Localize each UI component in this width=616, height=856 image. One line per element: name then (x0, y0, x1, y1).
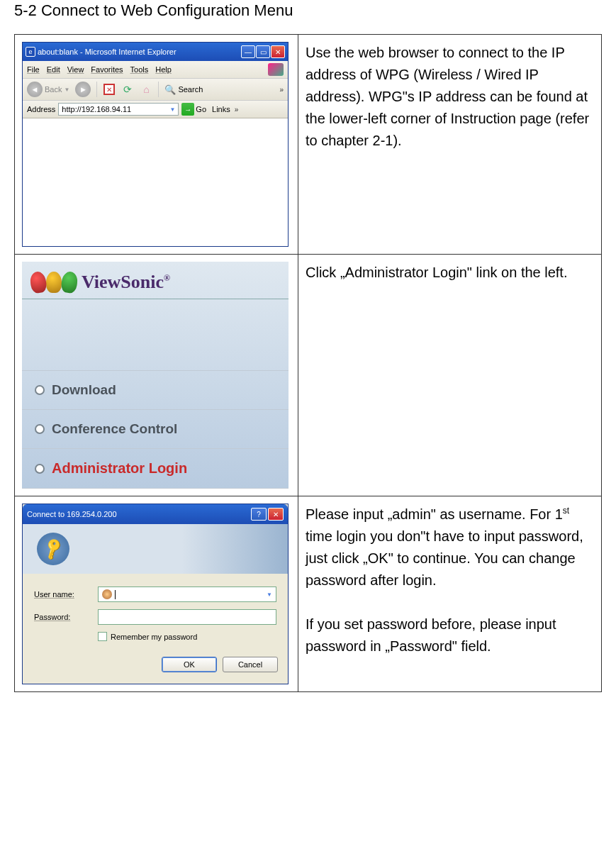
close-button[interactable]: ✕ (271, 45, 285, 58)
viewsonic-birds-icon (30, 272, 77, 293)
auth-title-left: Connect to 169.254.0.200 (27, 510, 117, 518)
menu-edit[interactable]: Edit (47, 65, 60, 74)
instruction-table: e about:blank - Microsoft Internet Explo… (14, 34, 602, 692)
password-label: Password: (34, 613, 98, 621)
menu-file[interactable]: File (27, 65, 40, 74)
links-label: Links (212, 105, 230, 113)
address-dropdown-icon[interactable]: ▼ (169, 106, 175, 113)
cell-screenshot-3: Connect to 169.254.0.200 ? ✕ 🔑 (15, 496, 298, 692)
address-input[interactable]: http://192.168.94.11 ▼ (58, 103, 179, 116)
auth-title-text: Connect to 169.254.0.200 (27, 510, 117, 518)
auth-window-buttons: ? ✕ (251, 508, 284, 521)
ie-titlebar: e about:blank - Microsoft Internet Explo… (23, 43, 288, 61)
bird-green-icon (60, 271, 79, 294)
ie-menubar: File Edit View Favorites Tools Help (23, 61, 288, 78)
refresh-button[interactable]: ⟳ (121, 83, 134, 96)
radio-icon (35, 385, 45, 395)
auth-button-row: OK Cancel (23, 650, 288, 684)
maximize-button[interactable]: ▭ (256, 45, 270, 58)
search-button[interactable]: 🔍 Search (164, 84, 203, 95)
menu-tools[interactable]: Tools (130, 65, 149, 74)
remember-label: Remember my password (111, 633, 197, 641)
link-label: Administrator Login (52, 460, 187, 477)
viewsonic-body (22, 299, 289, 370)
text-cursor-icon (115, 590, 116, 599)
viewsonic-panel: ViewSonic® Download Conference Control (22, 262, 289, 489)
ie-toolbar: ◄ Back ▼ ► ✕ ⟳ ⌂ 🔍 Search (23, 78, 288, 100)
toolbar-separator (96, 82, 97, 97)
cell-description-3: Please input „admin" as username. For 1s… (298, 496, 602, 692)
person-icon (102, 589, 112, 599)
address-url: http://192.168.94.11 (62, 105, 167, 113)
viewsonic-header: ViewSonic® (22, 262, 289, 299)
address-label: Address (27, 105, 55, 113)
link-label: Download (52, 382, 116, 398)
checkbox-icon[interactable] (98, 632, 107, 641)
table-row: Connect to 169.254.0.200 ? ✕ 🔑 (15, 496, 602, 692)
auth-form: User name: ▼ Password: (23, 574, 288, 650)
auth-dialog: Connect to 169.254.0.200 ? ✕ 🔑 (22, 504, 289, 684)
ie-title-left: e about:blank - Microsoft Internet Explo… (26, 47, 177, 57)
table-row: ViewSonic® Download Conference Control (15, 255, 602, 496)
back-label: Back (45, 85, 62, 94)
desc-paragraph-2: If you set password before, please input… (306, 613, 594, 657)
menu-help[interactable]: Help (155, 65, 172, 74)
menu-view[interactable]: View (67, 65, 84, 74)
username-row: User name: ▼ (34, 587, 276, 602)
link-conference-control[interactable]: Conference Control (22, 410, 289, 449)
cell-description-1: Use the web browser to connect to the IP… (298, 35, 602, 255)
forward-button[interactable]: ► (75, 82, 91, 97)
remember-row[interactable]: Remember my password (98, 632, 276, 641)
ie-window: e about:blank - Microsoft Internet Explo… (22, 42, 289, 247)
home-button[interactable]: ⌂ (140, 83, 152, 96)
cancel-button[interactable]: Cancel (223, 657, 278, 672)
section-title: 5-2 Connect to Web Configuration Menu (14, 0, 602, 34)
minimize-button[interactable]: — (241, 45, 255, 58)
go-arrow-icon: → (181, 103, 194, 116)
link-label: Conference Control (52, 421, 177, 437)
back-button[interactable]: ◄ Back ▼ (27, 82, 69, 97)
key-icon: 🔑 (40, 536, 66, 562)
keyhole-icon: 🔑 (37, 533, 69, 565)
toolbar-separator (158, 82, 159, 97)
chevron-right-icon[interactable]: » (279, 86, 284, 94)
ie-address-bar: Address http://192.168.94.11 ▼ → Go Link… (23, 100, 288, 118)
search-label: Search (178, 85, 203, 94)
auth-banner: 🔑 (23, 524, 288, 574)
password-input[interactable] (98, 609, 276, 625)
close-button[interactable]: ✕ (268, 508, 284, 521)
document-page: 5-2 Connect to Web Configuration Menu e … (0, 0, 616, 692)
link-administrator-login[interactable]: Administrator Login (22, 449, 289, 489)
viewsonic-links: Download Conference Control Administrato… (22, 370, 289, 489)
chevron-right-icon[interactable]: » (235, 106, 239, 113)
stop-button[interactable]: ✕ (103, 83, 116, 96)
bird-yellow-icon (46, 272, 62, 293)
ie-menus: File Edit View Favorites Tools Help (27, 65, 172, 74)
radio-icon (35, 424, 45, 434)
stop-icon: ✕ (103, 84, 115, 95)
link-download[interactable]: Download (22, 371, 289, 410)
back-arrow-icon: ◄ (27, 82, 43, 97)
viewsonic-logo-text: ViewSonic® (82, 272, 170, 293)
ie-title-text: about:blank - Microsoft Internet Explore… (38, 48, 177, 56)
ok-button[interactable]: OK (162, 657, 217, 672)
username-input[interactable]: ▼ (98, 587, 276, 602)
cell-description-2: Click „Administrator Login" link on the … (298, 255, 602, 496)
username-label: User name: (34, 590, 98, 599)
search-icon: 🔍 (164, 84, 176, 95)
table-row: e about:blank - Microsoft Internet Explo… (15, 35, 602, 255)
dropdown-icon[interactable]: ▼ (267, 591, 272, 598)
menu-favorites[interactable]: Favorites (91, 65, 123, 74)
ie-content-area (23, 118, 288, 246)
radio-icon (35, 464, 45, 474)
go-label: Go (196, 105, 206, 113)
auth-titlebar: Connect to 169.254.0.200 ? ✕ (23, 504, 288, 524)
desc-paragraph-1: Please input „admin" as username. For 1s… (306, 504, 594, 591)
bird-red-icon (29, 271, 47, 294)
registered-icon: ® (164, 273, 170, 283)
cell-screenshot-2: ViewSonic® Download Conference Control (15, 255, 298, 496)
help-button[interactable]: ? (251, 508, 267, 521)
ie-favicon-icon: e (26, 47, 35, 57)
go-button[interactable]: → Go (181, 103, 206, 116)
password-row: Password: (34, 609, 276, 625)
